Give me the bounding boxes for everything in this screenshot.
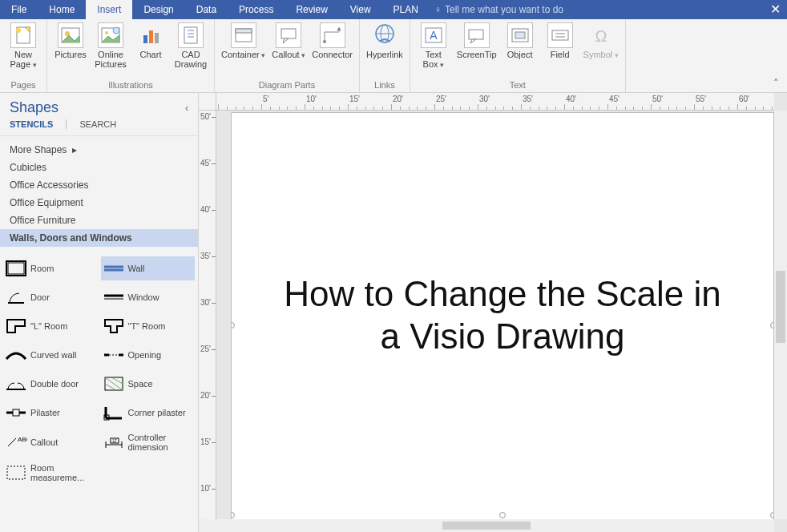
horizontal-scrollbar[interactable] (199, 519, 774, 532)
scrollbar-thumb[interactable] (776, 271, 785, 343)
svg-rect-35 (8, 263, 24, 274)
category-more-shapes[interactable]: More Shapes ▸ (0, 141, 198, 159)
callout-button[interactable]: Callout (272, 22, 305, 60)
shape-room-measureme-[interactable]: Room measureme... (3, 460, 98, 486)
cmd-label: Container (221, 50, 265, 60)
new-page-button[interactable]: New Page (6, 22, 40, 70)
text-box-button[interactable]: A Text Box (417, 22, 450, 70)
svg-rect-10 (155, 33, 159, 43)
shape-corner-pilaster[interactable]: Corner pilaster (101, 401, 196, 425)
menu-tab-file[interactable]: File (0, 0, 38, 19)
menu-tab-home[interactable]: Home (38, 0, 86, 19)
tell-me-search[interactable]: ♀ Tell me what you want to do (434, 0, 563, 19)
shape-icon (103, 404, 125, 421)
shape-[interactable] (101, 460, 196, 486)
shape-pilaster[interactable]: Pilaster (3, 401, 98, 425)
collapse-ribbon-icon[interactable]: ˄ (773, 77, 779, 89)
close-icon[interactable]: ✕ (770, 2, 781, 17)
shape-icon (103, 288, 125, 306)
screentip-button[interactable]: ScreenTip (457, 22, 497, 59)
category-office-furniture[interactable]: Office Furniture (0, 212, 198, 229)
pictures-button[interactable]: Pictures (54, 22, 87, 59)
object-icon (507, 22, 533, 48)
object-button[interactable]: Object (503, 22, 537, 59)
container-icon (231, 22, 256, 48)
menu-tab-review[interactable]: Review (285, 0, 338, 19)
svg-point-7 (113, 27, 119, 34)
category-office-accessories[interactable]: Office Accessories (0, 176, 198, 194)
group-label: Pages (0, 80, 46, 92)
svg-rect-30 (552, 30, 568, 40)
field-button[interactable]: Field (543, 22, 577, 59)
tab-stencils[interactable]: STENCILS (10, 119, 53, 129)
shape--l-room[interactable]: "L" Room (3, 314, 98, 338)
menu-tab-data[interactable]: Data (185, 0, 228, 19)
symbol-button[interactable]: Ω Symbol (583, 22, 619, 60)
field-icon (547, 22, 573, 48)
cmd-label: ScreenTip (457, 50, 497, 59)
group-label: Diagram Parts (215, 80, 359, 92)
svg-line-46 (105, 377, 123, 390)
collapse-pane-icon[interactable]: ‹ (185, 103, 188, 114)
shape-space[interactable]: Space (101, 372, 196, 396)
category-cubicles[interactable]: Cubicles (0, 159, 198, 176)
selection-handle[interactable] (231, 322, 235, 328)
shape-controller-dimension[interactable]: 12'Controller dimension (101, 429, 196, 455)
menu-tab-design[interactable]: Design (132, 0, 184, 19)
shape-callout[interactable]: ABCCallout (3, 429, 98, 455)
connector-button[interactable]: Connector (312, 22, 353, 59)
category-office-equipment[interactable]: Office Equipment (0, 194, 198, 212)
shape-room[interactable]: Room (3, 256, 98, 280)
shape-label: Pilaster (30, 408, 60, 417)
online-pictures-button[interactable]: Online Pictures (94, 22, 127, 69)
cmd-label: Callout (272, 50, 305, 60)
menu-tab-plan[interactable]: PLAN (382, 0, 430, 19)
chart-button[interactable]: Chart (134, 22, 167, 59)
shape-icon (5, 260, 27, 277)
shape-window[interactable]: Window (101, 285, 196, 309)
svg-marker-27 (470, 39, 476, 43)
svg-rect-9 (149, 30, 153, 43)
svg-rect-34 (6, 261, 26, 276)
shape-curved-wall[interactable]: Curved wall (3, 343, 98, 367)
svg-rect-11 (184, 27, 197, 43)
container-button[interactable]: Container (221, 22, 265, 60)
svg-point-19 (323, 40, 326, 43)
svg-line-55 (8, 438, 16, 446)
cad-drawing-button[interactable]: CAD Drawing (174, 22, 208, 69)
shape-double-door[interactable]: Double door (3, 372, 98, 396)
menu-tab-process[interactable]: Process (228, 0, 285, 19)
group-label: Text (410, 80, 625, 92)
callout-icon (276, 22, 301, 48)
page-text[interactable]: How to Change the Scale in a Visio Drawi… (269, 273, 735, 358)
hyperlink-button[interactable]: Hyperlink (366, 22, 403, 59)
shape-wall[interactable]: Wall (101, 256, 196, 280)
tab-search[interactable]: SEARCH (79, 119, 116, 129)
shape-door[interactable]: Door (3, 285, 98, 309)
shape--t-room[interactable]: "T" Room (101, 314, 196, 338)
ribbon-group-text: A Text Box ScreenTip Object Field Ω Symb… (410, 19, 626, 92)
svg-text:A: A (430, 29, 438, 42)
scrollbar-thumb[interactable] (442, 522, 531, 530)
symbol-icon: Ω (588, 22, 614, 48)
cmd-label: Online Pictures (95, 50, 127, 69)
vertical-scrollbar[interactable] (774, 111, 787, 519)
cad-drawing-icon (178, 22, 204, 48)
svg-rect-62 (7, 466, 25, 479)
selection-handle[interactable] (499, 512, 506, 518)
category-walls-doors-windows[interactable]: Walls, Doors and Windows (0, 229, 198, 247)
svg-text:ABC: ABC (18, 436, 27, 443)
cmd-label: Chart (140, 50, 162, 59)
menu-tab-insert[interactable]: Insert (86, 0, 132, 19)
drawing-page[interactable]: How to Change the Scale in a Visio Drawi… (231, 112, 774, 532)
shape-icon (5, 464, 27, 482)
hyperlink-icon (372, 22, 398, 48)
connector-icon (320, 22, 345, 48)
svg-rect-26 (469, 30, 483, 39)
text-box-icon: A (421, 22, 446, 48)
shape-opening[interactable]: Opening (101, 343, 196, 367)
cmd-label: Text Box (423, 50, 444, 70)
selection-handle[interactable] (231, 512, 235, 518)
menu-tab-view[interactable]: View (339, 0, 382, 19)
ribbon: New Page Pages Pictures Online Pictures … (0, 19, 787, 93)
